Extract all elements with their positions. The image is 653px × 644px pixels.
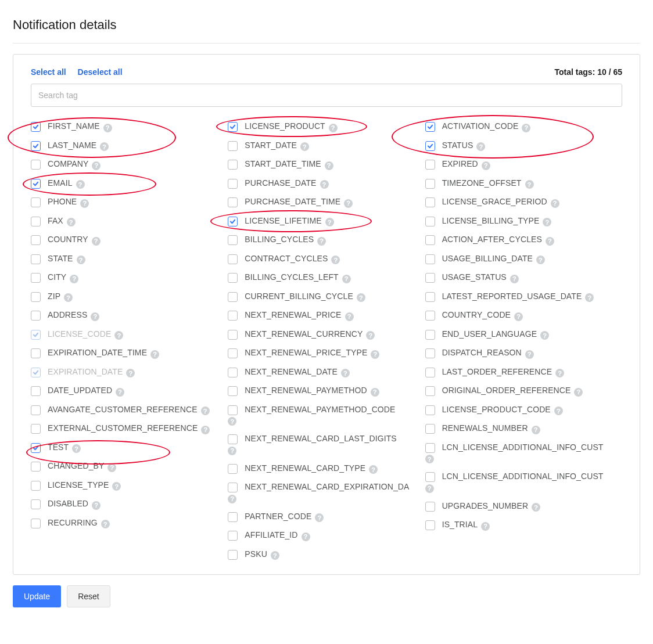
tag-checkbox[interactable] [425, 141, 435, 151]
tag-checkbox[interactable] [31, 386, 41, 396]
help-icon[interactable]: ? [116, 388, 124, 397]
tag-checkbox[interactable] [425, 217, 435, 226]
tag-checkbox[interactable] [425, 386, 435, 396]
tag-checkbox[interactable] [228, 531, 238, 541]
help-icon[interactable]: ? [320, 180, 329, 189]
tag-checkbox[interactable] [228, 160, 238, 170]
help-icon[interactable]: ? [585, 293, 594, 302]
tag-checkbox[interactable] [228, 141, 238, 151]
help-icon[interactable]: ? [331, 256, 340, 264]
tag-checkbox[interactable] [228, 179, 238, 189]
tag-checkbox[interactable] [228, 348, 238, 358]
tag-checkbox[interactable] [228, 483, 238, 492]
tag-checkbox[interactable] [228, 434, 238, 444]
help-icon[interactable]: ? [64, 293, 73, 302]
tag-checkbox[interactable] [228, 386, 238, 396]
update-button[interactable]: Update [13, 585, 61, 607]
help-icon[interactable]: ? [302, 533, 310, 541]
tag-checkbox[interactable] [228, 550, 238, 560]
help-icon[interactable]: ? [317, 237, 326, 246]
tag-checkbox[interactable] [31, 197, 41, 207]
tag-checkbox[interactable] [425, 443, 435, 453]
help-icon[interactable]: ? [325, 218, 334, 226]
help-icon[interactable]: ? [345, 312, 354, 321]
help-icon[interactable]: ? [536, 256, 545, 264]
reset-button[interactable]: Reset [67, 585, 110, 607]
tag-checkbox[interactable] [228, 217, 238, 226]
help-icon[interactable]: ? [150, 350, 159, 359]
help-icon[interactable]: ? [522, 124, 530, 132]
help-icon[interactable]: ? [551, 199, 559, 208]
tag-checkbox[interactable] [425, 472, 435, 482]
help-icon[interactable]: ? [76, 180, 85, 189]
help-icon[interactable]: ? [325, 161, 333, 170]
tag-checkbox[interactable] [31, 443, 41, 453]
tag-checkbox[interactable] [228, 235, 238, 245]
help-icon[interactable]: ? [357, 293, 365, 302]
tag-checkbox[interactable] [425, 424, 435, 434]
help-icon[interactable]: ? [201, 406, 210, 415]
help-icon[interactable]: ? [543, 218, 551, 226]
tag-checkbox[interactable] [31, 499, 41, 509]
help-icon[interactable]: ? [114, 331, 123, 340]
help-icon[interactable]: ? [344, 199, 353, 208]
tag-checkbox[interactable] [31, 122, 41, 132]
tag-checkbox[interactable] [228, 292, 238, 302]
select-all-link[interactable]: Select all [31, 67, 66, 77]
help-icon[interactable]: ? [476, 142, 485, 151]
tag-checkbox[interactable] [425, 122, 435, 132]
tag-checkbox[interactable] [425, 520, 435, 530]
help-icon[interactable]: ? [554, 406, 563, 415]
help-icon[interactable]: ? [546, 237, 554, 246]
tag-checkbox[interactable] [31, 292, 41, 302]
tag-checkbox[interactable] [425, 197, 435, 207]
tag-checkbox[interactable] [31, 424, 41, 434]
tag-checkbox[interactable] [228, 254, 238, 264]
help-icon[interactable]: ? [92, 161, 101, 170]
tag-checkbox[interactable] [425, 179, 435, 189]
help-icon[interactable]: ? [371, 388, 379, 397]
help-icon[interactable]: ? [525, 180, 534, 189]
help-icon[interactable]: ? [540, 331, 549, 340]
help-icon[interactable]: ? [514, 312, 523, 321]
tag-checkbox[interactable] [228, 405, 238, 415]
tag-checkbox[interactable] [228, 330, 238, 340]
tag-checkbox[interactable] [228, 197, 238, 207]
tag-checkbox[interactable] [31, 462, 41, 472]
help-icon[interactable]: ? [329, 124, 338, 132]
help-icon[interactable]: ? [342, 275, 351, 283]
help-icon[interactable]: ? [107, 463, 116, 472]
tag-checkbox[interactable] [31, 405, 41, 415]
help-icon[interactable]: ? [91, 312, 99, 321]
tag-checkbox[interactable] [31, 273, 41, 283]
tag-checkbox[interactable] [425, 405, 435, 415]
tag-checkbox[interactable] [31, 254, 41, 264]
help-icon[interactable]: ? [366, 331, 375, 340]
help-icon[interactable]: ? [271, 551, 279, 560]
help-icon[interactable]: ? [425, 484, 434, 493]
search-input[interactable] [31, 84, 622, 107]
tag-checkbox[interactable] [228, 464, 238, 474]
tag-checkbox[interactable] [228, 311, 238, 321]
tag-checkbox[interactable] [425, 160, 435, 170]
tag-checkbox[interactable] [425, 311, 435, 321]
help-icon[interactable]: ? [92, 237, 101, 246]
tag-checkbox[interactable] [31, 179, 41, 189]
tag-checkbox[interactable] [31, 519, 41, 528]
help-icon[interactable]: ? [574, 388, 583, 397]
help-icon[interactable]: ? [126, 369, 135, 377]
help-icon[interactable]: ? [103, 124, 112, 132]
help-icon[interactable]: ? [532, 426, 540, 434]
help-icon[interactable]: ? [228, 417, 236, 426]
help-icon[interactable]: ? [369, 465, 378, 474]
help-icon[interactable]: ? [70, 275, 78, 283]
help-icon[interactable]: ? [425, 455, 434, 463]
help-icon[interactable]: ? [482, 161, 490, 170]
help-icon[interactable]: ? [532, 503, 540, 512]
tag-checkbox[interactable] [228, 122, 238, 132]
help-icon[interactable]: ? [100, 142, 109, 151]
help-icon[interactable]: ? [101, 520, 110, 528]
tag-checkbox[interactable] [425, 273, 435, 283]
help-icon[interactable]: ? [72, 444, 81, 453]
help-icon[interactable]: ? [92, 501, 101, 510]
